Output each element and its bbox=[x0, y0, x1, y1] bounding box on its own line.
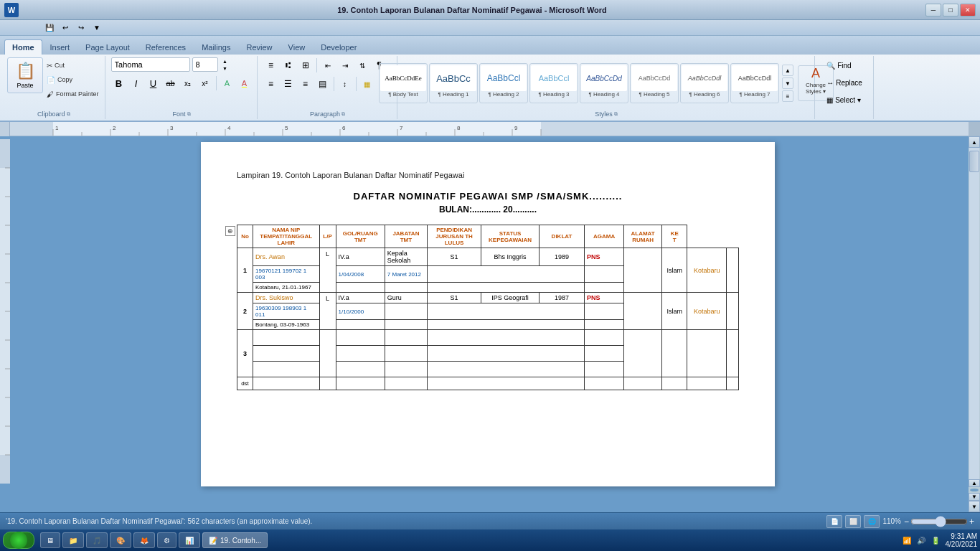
minimize-button[interactable]: ─ bbox=[925, 4, 941, 17]
view-web-button[interactable]: 🌐 bbox=[864, 515, 880, 528]
style-more[interactable]: ≡ bbox=[782, 90, 793, 102]
bold-button[interactable]: B bbox=[111, 75, 127, 91]
scroll-thumb[interactable] bbox=[969, 151, 979, 172]
taskbar-app-media[interactable]: 🎵 bbox=[86, 532, 108, 548]
text-effect-button[interactable]: A bbox=[220, 75, 235, 91]
th-lp: L/P bbox=[319, 225, 336, 248]
taskbar-app-settings[interactable]: ⚙ bbox=[157, 532, 176, 548]
numbering-button[interactable]: ⑆ bbox=[281, 57, 296, 73]
sort-button[interactable]: ⇅ bbox=[354, 57, 370, 73]
copy-button[interactable]: 📄 Copy bbox=[45, 73, 100, 86]
title-bar-buttons[interactable]: ─ □ ✕ bbox=[925, 4, 976, 17]
style-heading4[interactable]: AaBbCcDd ¶ Heading 4 bbox=[580, 63, 628, 103]
paragraph-group-arrow[interactable]: ⧉ bbox=[341, 111, 345, 117]
taskbar-app-paint[interactable]: 🎨 bbox=[110, 532, 131, 548]
redo-quick-button[interactable]: ↪ bbox=[75, 22, 88, 34]
align-right-button[interactable]: ≡ bbox=[298, 76, 314, 92]
style-heading1[interactable]: AaBbCc ¶ Heading 1 bbox=[429, 63, 478, 103]
quick-access-arrow[interactable]: ▼ bbox=[90, 22, 103, 34]
tab-insert[interactable]: Insert bbox=[42, 39, 78, 55]
strikethrough-button[interactable]: ab bbox=[163, 75, 179, 91]
tab-developer[interactable]: Developer bbox=[313, 39, 364, 55]
text-highlight-button[interactable]: A bbox=[237, 75, 253, 91]
scroll-up-button[interactable]: ▲ bbox=[969, 136, 980, 148]
td-3b-2 bbox=[336, 346, 385, 362]
taskbar-app-files[interactable]: 📁 bbox=[62, 532, 84, 548]
maximize-button[interactable]: □ bbox=[943, 4, 958, 17]
align-center-button[interactable]: ☰ bbox=[281, 76, 296, 92]
tab-mailings[interactable]: Mailings bbox=[194, 39, 238, 55]
table-add-button[interactable]: ⊕ bbox=[225, 226, 235, 236]
scroll-down-button[interactable]: ▼ bbox=[969, 501, 980, 512]
style-heading7[interactable]: AaBbCcDdl ¶ Heading 7 bbox=[730, 63, 779, 103]
align-left-button[interactable]: ≡ bbox=[263, 76, 279, 92]
zoom-minus-icon[interactable]: − bbox=[904, 517, 909, 527]
td-diklat-1 bbox=[624, 248, 662, 293]
para-divider1 bbox=[316, 58, 317, 72]
taskbar-app-explorer[interactable]: 🖥 bbox=[40, 532, 60, 548]
cut-button[interactable]: ✂ Cut bbox=[45, 59, 100, 72]
td-status-extra2-1 bbox=[584, 283, 623, 293]
style-h2-name: ¶ Heading 2 bbox=[489, 91, 519, 98]
zoom-plus-icon[interactable]: + bbox=[969, 517, 974, 527]
td-no-2: 2 bbox=[237, 293, 253, 330]
start-button[interactable] bbox=[3, 532, 34, 549]
scroll-next-page[interactable]: ▼ bbox=[969, 493, 980, 501]
find-button[interactable]: 🔍 Find bbox=[822, 57, 855, 73]
subscript-button[interactable]: x₂ bbox=[180, 75, 196, 91]
font-group-arrow[interactable]: ⧉ bbox=[187, 111, 191, 117]
tab-references[interactable]: References bbox=[138, 39, 194, 55]
scroll-select-object[interactable] bbox=[970, 489, 979, 491]
format-painter-button[interactable]: 🖌 Format Painter bbox=[45, 88, 100, 100]
taskbar-app-word[interactable]: 📝 19. Contoh... bbox=[202, 532, 268, 548]
paragraph-group-label: Paragraph ⧉ bbox=[310, 110, 345, 118]
superscript-button[interactable]: x² bbox=[197, 75, 213, 91]
undo-quick-button[interactable]: ↩ bbox=[59, 22, 72, 34]
scroll-track[interactable] bbox=[969, 148, 979, 479]
increase-indent-button[interactable]: ⇥ bbox=[337, 57, 353, 73]
font-name-input[interactable] bbox=[111, 57, 190, 72]
font-size-input[interactable] bbox=[192, 57, 218, 72]
document-scroll-area[interactable]: Lampiran 19. Contoh Laporan Bulanan Daft… bbox=[10, 136, 969, 512]
bullets-button[interactable]: ≡ bbox=[263, 57, 279, 73]
shading-button[interactable]: ▦ bbox=[359, 76, 375, 92]
paste-button[interactable]: 📋 Paste bbox=[7, 57, 43, 93]
style-scroll-down[interactable]: ▼ bbox=[782, 77, 793, 89]
line-spacing-button[interactable]: ↕ bbox=[337, 76, 353, 92]
clipboard-group-arrow[interactable]: ⧉ bbox=[67, 111, 70, 117]
select-button[interactable]: ▦ Select ▾ bbox=[822, 92, 865, 108]
style-scroll-up[interactable]: ▲ bbox=[782, 65, 793, 76]
td-dst-11 bbox=[727, 377, 739, 390]
tab-page-layout[interactable]: Page Layout bbox=[77, 39, 138, 55]
style-heading5[interactable]: AaBbCcDd ¶ Heading 5 bbox=[630, 63, 679, 103]
multilevel-list-button[interactable]: ⊞ bbox=[298, 57, 314, 73]
svg-text:2: 2 bbox=[113, 125, 116, 131]
close-button[interactable]: ✕ bbox=[960, 4, 976, 17]
scroll-prev-page[interactable]: ▲ bbox=[969, 479, 980, 487]
style-body-text[interactable]: AaBbCcDdEe ¶ Body Text bbox=[379, 63, 428, 103]
view-fullscreen-button[interactable]: ⬜ bbox=[845, 515, 861, 528]
style-heading3[interactable]: AaBbCcl ¶ Heading 3 bbox=[529, 63, 578, 103]
view-print-button[interactable]: 📄 bbox=[826, 515, 842, 528]
font-size-increase[interactable]: ▲ bbox=[220, 57, 230, 65]
svg-text:3: 3 bbox=[170, 125, 174, 131]
styles-group-arrow[interactable]: ⧉ bbox=[614, 111, 618, 117]
italic-button[interactable]: I bbox=[128, 75, 144, 91]
underline-button[interactable]: U bbox=[146, 75, 161, 91]
justify-button[interactable]: ▤ bbox=[315, 76, 331, 92]
save-quick-button[interactable]: 💾 bbox=[43, 22, 56, 34]
font-size-decrease[interactable]: ▼ bbox=[220, 65, 230, 72]
style-h7-name: ¶ Heading 7 bbox=[740, 91, 771, 98]
tab-home[interactable]: Home bbox=[4, 39, 42, 55]
svg-rect-1 bbox=[10, 122, 53, 136]
decrease-indent-button[interactable]: ⇤ bbox=[320, 57, 336, 73]
zoom-slider[interactable] bbox=[910, 519, 968, 524]
vertical-scrollbar[interactable]: ▲ ▲ ▼ ▼ bbox=[969, 136, 980, 512]
taskbar-app-firefox[interactable]: 🦊 bbox=[133, 532, 155, 548]
taskbar-app-excel[interactable]: 📊 bbox=[179, 532, 200, 548]
style-heading6[interactable]: AaBbCcDdl ¶ Heading 6 bbox=[680, 63, 729, 103]
style-heading2[interactable]: AaBbCcl ¶ Heading 2 bbox=[479, 63, 528, 103]
tab-review[interactable]: Review bbox=[238, 39, 280, 55]
replace-button[interactable]: ↔ Replace bbox=[822, 75, 867, 90]
tab-view[interactable]: View bbox=[281, 39, 314, 55]
